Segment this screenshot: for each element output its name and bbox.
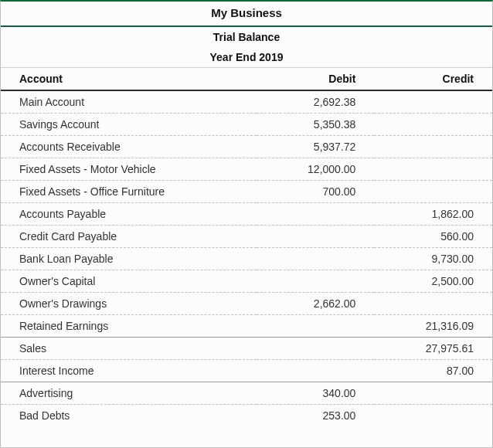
cell-credit: 21,316.09	[374, 315, 492, 338]
trial-balance-container: My Business Trial Balance Year End 2019 …	[0, 0, 493, 448]
cell-account: Owner's Drawings	[1, 293, 257, 315]
cell-debit: 12,000.00	[257, 158, 375, 181]
table-row: Bank Loan Payable9,730.00	[1, 248, 492, 270]
table-body: Main Account2,692.38Savings Account5,350…	[1, 90, 492, 427]
cell-credit	[374, 181, 492, 203]
cell-debit: 253.00	[257, 405, 375, 427]
cell-credit	[374, 158, 492, 181]
cell-credit	[374, 382, 492, 405]
cell-account: Credit Card Payable	[1, 226, 257, 248]
cell-account: Main Account	[1, 90, 257, 114]
table-row: Advertising340.00	[1, 382, 492, 405]
header-debit: Debit	[257, 68, 375, 91]
table-row: Owner's Drawings2,662.00	[1, 293, 492, 315]
table-row: Savings Account5,350.38	[1, 114, 492, 136]
cell-debit: 340.00	[257, 382, 375, 405]
cell-debit	[257, 315, 375, 338]
cell-debit	[257, 360, 375, 382]
report-subtitle: Trial Balance	[1, 27, 492, 47]
table-row: Interest Income87.00	[1, 360, 492, 382]
cell-debit	[257, 248, 375, 270]
cell-debit: 2,692.38	[257, 90, 375, 114]
header-account: Account	[1, 68, 257, 91]
cell-credit: 560.00	[374, 226, 492, 248]
table-row: Retained Earnings21,316.09	[1, 315, 492, 338]
cell-account: Bad Debts	[1, 405, 257, 427]
cell-debit	[257, 203, 375, 226]
cell-account: Savings Account	[1, 114, 257, 136]
cell-account: Owner's Capital	[1, 270, 257, 293]
cell-credit	[374, 136, 492, 158]
table-row: Fixed Assets - Motor Vehicle12,000.00	[1, 158, 492, 181]
cell-account: Accounts Receivable	[1, 136, 257, 158]
table-row: Main Account2,692.38	[1, 90, 492, 114]
table-header-row: Account Debit Credit	[1, 68, 492, 91]
table-row: Fixed Assets - Office Furniture700.00	[1, 181, 492, 203]
cell-credit: 27,975.61	[374, 338, 492, 360]
cell-account: Fixed Assets - Office Furniture	[1, 181, 257, 203]
cell-credit: 87.00	[374, 360, 492, 382]
cell-credit: 9,730.00	[374, 248, 492, 270]
cell-account: Sales	[1, 338, 257, 360]
cell-debit: 700.00	[257, 181, 375, 203]
header-credit: Credit	[374, 68, 492, 91]
cell-credit: 1,862.00	[374, 203, 492, 226]
cell-credit	[374, 114, 492, 136]
cell-debit	[257, 226, 375, 248]
trial-balance-table: Account Debit Credit Main Account2,692.3…	[1, 67, 492, 427]
cell-credit: 2,500.00	[374, 270, 492, 293]
cell-debit: 2,662.00	[257, 293, 375, 315]
cell-debit	[257, 270, 375, 293]
cell-debit	[257, 338, 375, 360]
cell-credit	[374, 293, 492, 315]
cell-account: Interest Income	[1, 360, 257, 382]
table-row: Accounts Receivable5,937.72	[1, 136, 492, 158]
report-period: Year End 2019	[1, 47, 492, 67]
cell-account: Fixed Assets - Motor Vehicle	[1, 158, 257, 181]
table-row: Accounts Payable1,862.00	[1, 203, 492, 226]
cell-debit: 5,350.38	[257, 114, 375, 136]
cell-account: Retained Earnings	[1, 315, 257, 338]
table-row: Credit Card Payable560.00	[1, 226, 492, 248]
table-row: Sales27,975.61	[1, 338, 492, 360]
cell-credit	[374, 90, 492, 114]
cell-account: Accounts Payable	[1, 203, 257, 226]
report-title: My Business	[1, 2, 492, 27]
cell-debit: 5,937.72	[257, 136, 375, 158]
table-row: Bad Debts253.00	[1, 405, 492, 427]
cell-account: Bank Loan Payable	[1, 248, 257, 270]
table-row: Owner's Capital2,500.00	[1, 270, 492, 293]
cell-account: Advertising	[1, 382, 257, 405]
cell-credit	[374, 405, 492, 427]
